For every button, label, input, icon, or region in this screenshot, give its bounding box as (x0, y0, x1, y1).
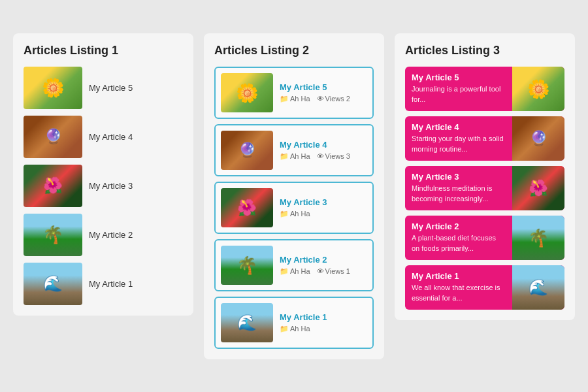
list-item[interactable]: My Article 2 A plant-based diet focuses … (405, 216, 564, 260)
article2-meta-l2: 📁 Ah Ha 👁 Views 1 (280, 267, 350, 276)
article5-label-l1: My Article 5 (89, 83, 133, 93)
listing3-title: Articles Listing 3 (405, 44, 564, 57)
article4-label-l1: My Article 4 (89, 132, 133, 142)
article2-thumb-l2 (221, 246, 273, 285)
list-item[interactable]: My Article 5 Journaling is a powerful to… (405, 67, 564, 111)
articles-listing-2: Articles Listing 2 My Article 5 📁 Ah Ha … (204, 33, 384, 359)
article4-title-l2: My Article 4 (280, 140, 350, 150)
listing1-title: Articles Listing 1 (24, 44, 183, 57)
article5-title-l2: My Article 5 (280, 82, 350, 92)
article4-info-l2: My Article 4 📁 Ah Ha 👁 Views 3 (280, 140, 350, 161)
list-item[interactable]: My Article 4 (24, 116, 183, 158)
article5-text-l3: My Article 5 Journaling is a powerful to… (405, 67, 512, 110)
category-icon: 📁 Ah Ha (280, 95, 310, 103)
listing2-title: Articles Listing 2 (214, 44, 374, 57)
article4-excerpt-l3: Starting your day with a solid morning r… (412, 134, 506, 154)
list-item[interactable]: My Article 1 We all know that exercise i… (405, 265, 564, 310)
page-wrapper: Articles Listing 1 My Article 5 My Artic… (0, 0, 588, 392)
list-item[interactable]: My Article 5 (24, 67, 183, 109)
article2-title-l3: My Article 2 (412, 221, 506, 231)
article3-thumb-l1 (24, 165, 82, 207)
list-item[interactable]: My Article 4 📁 Ah Ha 👁 Views 3 (214, 124, 374, 176)
category-icon: 📁 Ah Ha (280, 152, 310, 161)
article1-title-l3: My Article 1 (412, 271, 506, 281)
article4-thumb-l3 (512, 116, 564, 161)
article3-label-l1: My Article 3 (89, 181, 133, 191)
category-icon: 📁 Ah Ha (280, 325, 310, 333)
article1-thumb-l2 (221, 303, 273, 342)
article3-title-l2: My Article 3 (280, 197, 327, 207)
list-item[interactable]: My Article 3 Mindfulness meditation is b… (405, 166, 564, 210)
article1-text-l3: My Article 1 We all know that exercise i… (405, 266, 512, 308)
article1-title-l2: My Article 1 (280, 312, 327, 322)
article1-label-l1: My Article 1 (89, 279, 133, 289)
article3-text-l3: My Article 3 Mindfulness meditation is b… (405, 167, 512, 209)
list-item[interactable]: My Article 1 📁 Ah Ha (214, 297, 374, 349)
article3-thumb-l3 (512, 166, 564, 210)
article4-thumb-l1 (24, 116, 82, 158)
article5-thumb-l1 (24, 67, 82, 109)
article5-info-l2: My Article 5 📁 Ah Ha 👁 Views 2 (280, 82, 350, 103)
article2-label-l1: My Article 2 (89, 230, 133, 240)
articles-listing-1: Articles Listing 1 My Article 5 My Artic… (13, 33, 193, 316)
article5-excerpt-l3: Journaling is a powerful tool for... (412, 84, 506, 105)
articles-listing-3: Articles Listing 3 My Article 5 Journali… (395, 33, 575, 320)
category-icon: 📁 Ah Ha (280, 267, 310, 276)
list-item[interactable]: My Article 3 (24, 165, 183, 207)
article2-thumb-l3 (512, 216, 564, 260)
views-icon: 👁 Views 1 (317, 267, 350, 276)
list-item[interactable]: My Article 1 (24, 263, 183, 305)
list-item[interactable]: My Article 4 Starting your day with a so… (405, 116, 564, 161)
article2-text-l3: My Article 2 A plant-based diet focuses … (405, 216, 512, 259)
list-item[interactable]: My Article 3 📁 Ah Ha (214, 182, 374, 234)
article5-thumb-l2 (221, 73, 273, 112)
article2-title-l2: My Article 2 (280, 255, 350, 265)
list-item[interactable]: My Article 5 📁 Ah Ha 👁 Views 2 (214, 67, 374, 119)
article1-meta-l2: 📁 Ah Ha (280, 325, 327, 333)
article5-title-l3: My Article 5 (412, 73, 506, 82)
article5-thumb-l3 (512, 67, 564, 111)
article1-info-l2: My Article 1 📁 Ah Ha (280, 312, 327, 333)
article3-excerpt-l3: Mindfulness meditation is becoming incre… (412, 184, 506, 204)
article4-thumb-l2 (221, 131, 273, 170)
article3-title-l3: My Article 3 (412, 172, 506, 182)
article2-thumb-l1 (24, 214, 82, 256)
article2-excerpt-l3: A plant-based diet focuses on foods prim… (412, 233, 506, 253)
category-icon: 📁 Ah Ha (280, 210, 310, 218)
columns-container: Articles Listing 1 My Article 5 My Artic… (13, 33, 575, 359)
article3-meta-l2: 📁 Ah Ha (280, 210, 327, 218)
list-item[interactable]: My Article 2 (24, 214, 183, 256)
list-item[interactable]: My Article 2 📁 Ah Ha 👁 Views 1 (214, 239, 374, 291)
article2-info-l2: My Article 2 📁 Ah Ha 👁 Views 1 (280, 255, 350, 276)
article3-thumb-l2 (221, 188, 273, 227)
article4-text-l3: My Article 4 Starting your day with a so… (405, 117, 512, 159)
article4-title-l3: My Article 4 (412, 122, 506, 132)
article3-info-l2: My Article 3 📁 Ah Ha (280, 197, 327, 218)
article5-meta-l2: 📁 Ah Ha 👁 Views 2 (280, 95, 350, 103)
article4-meta-l2: 📁 Ah Ha 👁 Views 3 (280, 152, 350, 161)
article1-thumb-l3 (512, 265, 564, 310)
article1-excerpt-l3: We all know that exercise is essential f… (412, 283, 506, 303)
views-icon: 👁 Views 2 (317, 95, 350, 103)
views-icon: 👁 Views 3 (317, 152, 350, 161)
article1-thumb-l1 (24, 263, 82, 305)
